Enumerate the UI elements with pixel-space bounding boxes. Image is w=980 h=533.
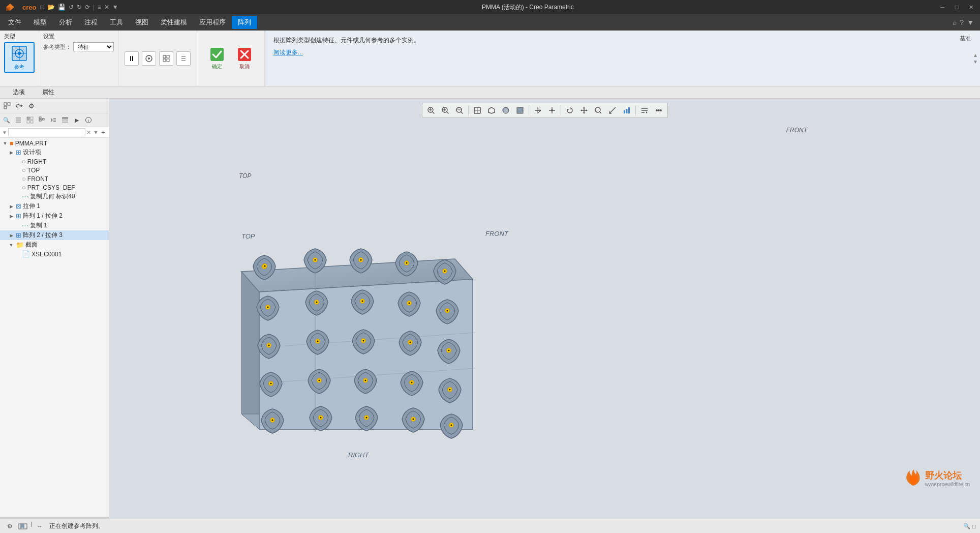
svg-text:TOP: TOP <box>241 232 255 240</box>
minimize-button[interactable]: ─ <box>937 2 947 12</box>
svg-point-115 <box>316 302 318 303</box>
sidebar-btn-3[interactable]: ⚙ <box>26 100 37 111</box>
close-button[interactable]: ✕ <box>966 2 976 12</box>
tree-expand-root[interactable]: ▼ <box>2 140 8 146</box>
status-icon-arrow[interactable]: → <box>34 521 45 532</box>
tree-item-copy-geom[interactable]: ▶ ⋯ 复制几何 标识40 <box>0 192 109 201</box>
vp-more[interactable] <box>638 104 651 116</box>
vp-datum[interactable] <box>545 104 559 116</box>
maximize-button[interactable]: □ <box>952 2 962 12</box>
tree-item-right[interactable]: ▶ ○ RIGHT <box>0 157 109 166</box>
menu-model[interactable]: 模型 <box>27 16 53 29</box>
sidebar-icon-grid[interactable] <box>24 114 36 126</box>
tree-icon-extrude1: ⊠ <box>16 202 21 210</box>
tree-label-root: PMMA.PRT <box>15 140 47 147</box>
tree-expand-extrude1[interactable]: ▶ <box>8 203 14 210</box>
tree-item-section[interactable]: ▼ 📁 截面 <box>0 240 109 250</box>
tree-expand-array2[interactable]: ▶ <box>8 232 14 239</box>
toolbar-icon-new[interactable]: □ <box>40 4 44 11</box>
menu-applications[interactable]: 应用程序 <box>193 16 232 29</box>
help-icon[interactable]: ? <box>960 18 964 26</box>
menu-flexible[interactable]: 柔性建模 <box>155 16 193 29</box>
vp-measure[interactable] <box>606 104 619 116</box>
toolbar-icon-redo[interactable]: ↻ <box>77 4 82 11</box>
grid-btn-2[interactable] <box>176 51 191 66</box>
vp-zoom-fit[interactable] <box>424 104 438 116</box>
sidebar-icon-arrow[interactable]: ▶ <box>71 114 82 126</box>
toolbar-icon-extra[interactable]: ▼ <box>112 4 118 11</box>
viewport[interactable]: FRONT TOP <box>109 99 980 519</box>
menu-file[interactable]: 文件 <box>2 16 27 29</box>
search-expand-button[interactable]: ▼ <box>92 129 100 135</box>
pause-button[interactable]: ⏸ <box>125 51 139 66</box>
vp-display-mode[interactable] <box>513 104 527 116</box>
search-icon[interactable]: ⌕ <box>953 18 957 26</box>
vp-section[interactable] <box>531 104 544 116</box>
vp-analysis[interactable] <box>620 104 633 116</box>
toolbar-icon-save[interactable]: 💾 <box>58 4 66 11</box>
vp-spin[interactable] <box>563 104 576 116</box>
tree-label-right: RIGHT <box>27 158 46 165</box>
grid-btn-1[interactable] <box>159 51 173 66</box>
menu-analysis[interactable]: 分析 <box>53 16 78 29</box>
menu-array[interactable]: 阵列 <box>232 16 257 29</box>
vp-zoom-in[interactable] <box>439 104 452 116</box>
menu-view[interactable]: 视图 <box>129 16 155 29</box>
toolbar-icon-regen[interactable]: ⟳ <box>85 4 90 11</box>
sidebar-icon-expand[interactable] <box>48 114 59 126</box>
vp-view-3d[interactable] <box>485 104 498 116</box>
tree-item-design-group[interactable]: ▶ ⊞ 设计项 <box>0 147 109 157</box>
confirm-button[interactable]: 确定 <box>205 45 229 72</box>
menu-tools[interactable]: 工具 <box>104 16 129 29</box>
search-add-button[interactable]: + <box>100 128 107 136</box>
tree-item-top[interactable]: ▶ ○ TOP <box>0 166 109 174</box>
tree-expand-section[interactable]: ▼ <box>8 242 14 248</box>
scroll-down-icon[interactable]: ▼ <box>973 59 978 65</box>
search-input[interactable] <box>8 128 85 136</box>
scroll-up-icon[interactable]: ▲ <box>973 52 978 58</box>
sidebar-icon-tree[interactable] <box>36 114 47 126</box>
tree-item-xsec[interactable]: ▶ 📄 XSEC0001 <box>0 250 109 258</box>
vp-pan[interactable] <box>577 104 591 116</box>
sidebar-icon-cols[interactable] <box>59 114 71 126</box>
tree-item-array1[interactable]: ▶ ⊞ 阵列 1 / 拉伸 2 <box>0 211 109 221</box>
toolbar-icon-undo[interactable]: ↺ <box>69 4 74 11</box>
sidebar-icon-filter[interactable]: 🔍 <box>1 114 12 126</box>
type-reference-button[interactable]: 参考 <box>4 42 35 73</box>
toolbar-icon-close[interactable]: ✕ <box>104 4 109 11</box>
tree-item-front[interactable]: ▶ ○ FRONT <box>0 174 109 183</box>
menubar: 文件 模型 分析 注程 工具 视图 柔性建模 应用程序 阵列 ⌕ ? ▼ <box>0 14 980 31</box>
tree-item-array2[interactable]: ▶ ⊞ 阵列 2 / 拉伸 3 <box>0 230 109 240</box>
cancel-button[interactable]: 取消 <box>233 45 256 72</box>
tree-root[interactable]: ▼ ■ PMMA.PRT <box>0 139 109 147</box>
vp-shading[interactable] <box>499 104 512 116</box>
tab-options[interactable]: 选项 <box>4 86 34 98</box>
status-icon-map[interactable] <box>17 521 28 532</box>
refresh-button[interactable] <box>142 51 156 66</box>
vp-zoom[interactable] <box>592 104 605 116</box>
search-clear-button[interactable]: ✕ <box>85 129 92 136</box>
toolbar-icon-menu[interactable]: ≡ <box>98 4 101 11</box>
ref-type-select[interactable]: 特征 <box>73 42 114 51</box>
vp-extra[interactable] <box>652 104 665 116</box>
vp-orient[interactable] <box>471 104 484 116</box>
tree-item-extrude1[interactable]: ▶ ⊠ 拉伸 1 <box>0 201 109 211</box>
svg-point-105 <box>315 259 316 261</box>
tree-item-copy1[interactable]: ▶ ⋯ 复制 1 <box>0 221 109 230</box>
svg-rect-44 <box>62 120 68 121</box>
sidebar-icon-list[interactable] <box>13 114 24 126</box>
tree-item-prt-csys[interactable]: ▶ ○ PRT_CSYS_DEF <box>0 183 109 192</box>
status-icon-settings[interactable]: ⚙ <box>4 521 15 532</box>
tab-properties[interactable]: 属性 <box>34 86 63 98</box>
tree-expand-array1[interactable]: ▶ <box>8 213 14 219</box>
vp-zoom-out[interactable] <box>453 104 466 116</box>
sidebar-btn-2[interactable] <box>14 100 25 111</box>
expand-icon[interactable]: ▼ <box>967 18 974 26</box>
tree-expand-design[interactable]: ▶ <box>8 150 14 156</box>
sidebar-icon-info[interactable]: i <box>83 114 94 126</box>
sidebar-btn-1[interactable] <box>2 100 13 111</box>
menu-annotate[interactable]: 注程 <box>78 16 104 29</box>
ribbon-help-link[interactable]: 阅读更多... <box>273 48 972 57</box>
toolbar-icon-open[interactable]: 📂 <box>47 4 55 11</box>
sidebar-toolbar-top: ⚙ <box>0 99 109 113</box>
